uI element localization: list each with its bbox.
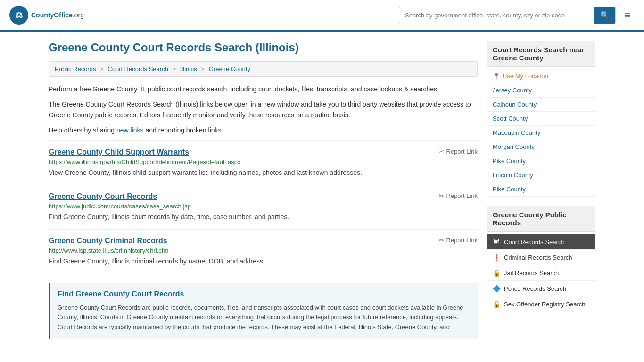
- breadcrumb-court-records[interactable]: Court Records Search: [107, 66, 168, 73]
- sidebar-record-sex-offender[interactable]: 🔒 Sex Offender Registry Search: [487, 296, 595, 312]
- breadcrumb-sep-1: >: [100, 66, 104, 73]
- result-title-1[interactable]: Greene County Child Support Warrants: [49, 148, 189, 156]
- breadcrumb: Public Records > Court Records Search > …: [49, 61, 478, 77]
- report-link-1[interactable]: ✂ Report Link: [439, 148, 478, 155]
- hamburger-menu-icon[interactable]: ≡: [620, 5, 635, 25]
- logo-icon: ⚖: [9, 6, 28, 25]
- result-header-3: Greene County Criminal Records ✂ Report …: [49, 237, 478, 247]
- new-links-link[interactable]: new links: [116, 126, 144, 134]
- sidebar-link-calhoun[interactable]: Calhoun County: [487, 98, 595, 112]
- result-url-2[interactable]: https://www.judici.com/courts/cases/case…: [49, 203, 478, 210]
- breadcrumb-greene-county[interactable]: Greene County: [209, 66, 250, 73]
- search-bar: 🔍: [399, 7, 616, 24]
- sidebar-record-police[interactable]: 🔷 Police Records Search: [487, 281, 595, 296]
- scissors-icon-1: ✂: [439, 148, 444, 155]
- sidebar-link-jersey[interactable]: Jersey County: [487, 83, 595, 98]
- logo[interactable]: ⚖ CountyOffice.org: [9, 6, 84, 25]
- result-header-1: Greene County Child Support Warrants ✂ R…: [49, 148, 478, 158]
- sidebar-record-jail[interactable]: 🔒 Jail Records Search: [487, 265, 595, 281]
- result-item-3: Greene County Criminal Records ✂ Report …: [49, 229, 478, 273]
- svg-text:⚖: ⚖: [15, 10, 23, 20]
- breadcrumb-sep-2: >: [173, 66, 176, 73]
- result-url-3[interactable]: http://www.isp.state.il.us/crimhistory/c…: [49, 247, 478, 254]
- header-right: 🔍 ≡: [399, 5, 635, 25]
- public-records-title: Greene County Public Records: [487, 206, 595, 232]
- nearby-section: Court Records Search near Greene County …: [487, 41, 595, 197]
- search-input[interactable]: [399, 8, 594, 23]
- scissors-icon-2: ✂: [439, 192, 444, 199]
- result-title-2[interactable]: Greene County Court Records: [49, 192, 157, 201]
- court-icon: 🏛: [493, 238, 500, 246]
- sex-offender-icon: 🔒: [493, 300, 500, 308]
- sidebar-record-court[interactable]: 🏛 Court Records Search: [487, 234, 595, 250]
- sidebar-link-lincoln[interactable]: Lincoln County: [487, 168, 595, 182]
- content-area: Greene County Court Records Search (Illi…: [49, 41, 478, 339]
- sidebar-use-my-location[interactable]: 📍 Use My Location: [487, 69, 595, 83]
- sidebar-link-scott[interactable]: Scott County: [487, 112, 595, 126]
- scissors-icon-3: ✂: [439, 237, 444, 244]
- report-link-3[interactable]: ✂ Report Link: [439, 237, 478, 244]
- find-section-text: Greene County Court Records are public r…: [58, 303, 471, 332]
- result-header-2: Greene County Court Records ✂ Report Lin…: [49, 192, 478, 203]
- result-item-1: Greene County Child Support Warrants ✂ R…: [49, 140, 478, 185]
- criminal-icon: ❗: [493, 254, 500, 261]
- police-icon: 🔷: [493, 285, 500, 292]
- logo-text: CountyOffice.org: [31, 11, 84, 19]
- report-link-2[interactable]: ✂ Report Link: [439, 192, 478, 199]
- find-section-title: Find Greene County Court Records: [58, 290, 471, 298]
- location-icon: 📍: [493, 73, 500, 80]
- main-container: Greene County Court Records Search (Illi…: [39, 32, 605, 349]
- public-records-section: Greene County Public Records 🏛 Court Rec…: [487, 206, 595, 312]
- search-button[interactable]: 🔍: [594, 7, 615, 24]
- sidebar-link-pike-2[interactable]: Pike County: [487, 182, 595, 197]
- result-url-1[interactable]: https://www.illinois.gov/hfs/ChildSuppor…: [49, 158, 478, 165]
- result-title-3[interactable]: Greene County Criminal Records: [49, 237, 167, 245]
- sidebar-record-criminal[interactable]: ❗ Criminal Records Search: [487, 250, 595, 265]
- sidebar-link-pike-1[interactable]: Pike County: [487, 154, 595, 168]
- result-desc-1: View Greene County, Illinois child suppo…: [49, 168, 478, 178]
- intro-text-2: The Greene County Court Records Search (…: [49, 99, 478, 120]
- sidebar-link-morgan[interactable]: Morgan County: [487, 140, 595, 154]
- result-item-2: Greene County Court Records ✂ Report Lin…: [49, 185, 478, 229]
- intro-text-1: Perform a free Greene County, IL public …: [49, 84, 478, 94]
- nearby-section-title: Court Records Search near Greene County: [487, 41, 595, 67]
- sidebar-link-macoupin[interactable]: Macoupin County: [487, 126, 595, 140]
- result-desc-3: Find Greene County, Illinois criminal re…: [49, 256, 478, 266]
- intro-text-3: Help others by sharing new links and rep…: [49, 125, 478, 135]
- page-title: Greene County Court Records Search (Illi…: [49, 41, 478, 54]
- site-header: ⚖ CountyOffice.org 🔍 ≡: [0, 0, 644, 32]
- find-section: Find Greene County Court Records Greene …: [49, 283, 478, 339]
- jail-icon: 🔒: [493, 269, 500, 277]
- result-desc-2: Find Greene County, Illinois court recor…: [49, 212, 478, 222]
- breadcrumb-sep-3: >: [201, 66, 205, 73]
- breadcrumb-public-records[interactable]: Public Records: [55, 66, 96, 73]
- sidebar: Court Records Search near Greene County …: [487, 41, 595, 339]
- breadcrumb-illinois[interactable]: Illinois: [180, 66, 197, 73]
